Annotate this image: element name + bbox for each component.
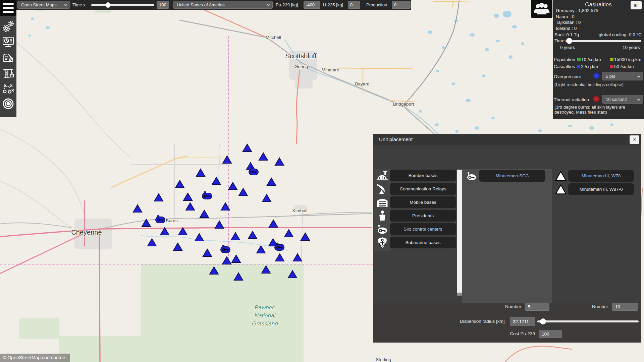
production-input[interactable] <box>392 1 411 9</box>
statistics-icon[interactable] <box>1 35 15 49</box>
missile-silo-marker[interactable] <box>148 239 156 246</box>
missile-silo-marker[interactable] <box>275 254 284 261</box>
unit-type-button[interactable]: Mobile bases <box>390 196 456 208</box>
unit-list-scrollbar[interactable] <box>457 170 462 296</box>
dispersion-radius-slider-handle[interactable] <box>540 318 546 324</box>
number-scc-input[interactable] <box>525 303 549 311</box>
missile-silo-marker[interactable] <box>262 266 270 273</box>
casualties-panel-toggle[interactable] <box>531 0 552 18</box>
silo-control-center-marker[interactable] <box>156 215 165 223</box>
missile-silo-marker[interactable] <box>173 243 182 250</box>
missile-silo-marker[interactable] <box>178 228 187 235</box>
missile-silo-marker[interactable] <box>262 194 271 202</box>
thermal-value: 10 cal/cm2 <box>606 97 627 102</box>
missile-silo-marker[interactable] <box>267 178 276 185</box>
missile-silo-marker[interactable] <box>212 177 221 185</box>
warhead-type-button[interactable]: Minuteman III, W87-0 <box>568 183 634 195</box>
scrollbar-thumb[interactable] <box>457 170 462 293</box>
missile-silo-marker[interactable] <box>259 153 268 160</box>
silo-control-center-marker[interactable] <box>202 191 212 199</box>
overpressure-dropdown[interactable]: 5 psi <box>602 72 643 80</box>
missile-silo-marker[interactable] <box>186 203 195 210</box>
hamburger-menu-button[interactable] <box>0 0 16 16</box>
hamburger-bar <box>3 11 14 13</box>
warhead-type-button[interactable]: Minuteman III, W78 <box>568 170 634 182</box>
missile-silo-marker[interactable] <box>203 249 212 256</box>
missile-silo-marker[interactable] <box>275 158 284 165</box>
all-countries-button[interactable]: all <box>631 1 642 9</box>
warhead-type: Minuteman III, W87-0 <box>553 183 634 195</box>
missile-silo-marker[interactable] <box>231 233 240 240</box>
missile-silo-marker[interactable] <box>154 194 163 201</box>
missile-silo-marker[interactable] <box>200 210 209 218</box>
missile-silo-marker[interactable] <box>175 180 184 188</box>
population-high-value: 15000 /sq.km <box>614 57 641 62</box>
unit-type: Silo control centers <box>375 223 456 235</box>
missile-silo-marker[interactable] <box>257 246 265 253</box>
control-center-type-button[interactable]: Minuteman SCC <box>479 170 545 182</box>
warhead-type: Minuteman III, W78 <box>553 170 634 182</box>
missile-silo-marker[interactable] <box>210 267 218 274</box>
missile-silo-marker[interactable] <box>269 220 278 227</box>
missile-silo-marker[interactable] <box>160 228 169 235</box>
map-provider-dropdown[interactable]: Open Street Maps <box>17 1 70 9</box>
dialog-title: Unit placement <box>379 136 413 142</box>
strategy-icon[interactable] <box>1 82 15 96</box>
number-silo-input[interactable] <box>612 303 638 311</box>
unit-type: Bomber bases <box>375 170 456 181</box>
comm-relay-icon <box>375 183 390 195</box>
country-dropdown[interactable]: United States of America <box>173 1 273 9</box>
planning-icon[interactable] <box>1 51 15 64</box>
missile-silo-marker[interactable] <box>223 156 231 163</box>
casualties-panel: Casualties all Germany : 1,802,575Nauru … <box>553 0 644 119</box>
u235-input[interactable] <box>348 1 360 9</box>
number-silo-label: Number <box>592 304 608 309</box>
time-multiplier-input[interactable] <box>157 1 169 9</box>
missile-silo-marker[interactable] <box>196 169 205 176</box>
missile-silo-marker[interactable] <box>183 193 192 200</box>
unit-type: Mobile bases <box>375 196 456 208</box>
unit-type-button[interactable]: Silo control centers <box>390 223 456 235</box>
settings-icon[interactable] <box>1 19 15 33</box>
dispersion-radius-input[interactable] <box>510 317 535 326</box>
missile-silo-marker[interactable] <box>222 257 231 264</box>
time-min-label: 0 years <box>560 45 575 50</box>
time-multiplier-slider[interactable] <box>91 4 154 6</box>
thermal-dropdown[interactable]: 10 cal/cm2 <box>602 95 643 104</box>
construction-icon[interactable] <box>1 66 15 80</box>
time-multiplier-slider-handle[interactable] <box>105 2 111 8</box>
missile-silo-marker[interactable] <box>195 234 204 241</box>
close-button[interactable]: X <box>630 135 639 144</box>
missile-silo-marker[interactable] <box>133 205 142 212</box>
missile-silo-marker[interactable] <box>284 230 293 237</box>
missile-silo-marker[interactable] <box>215 221 224 228</box>
casualty-time-slider[interactable] <box>566 40 641 42</box>
pu239-input[interactable] <box>304 1 320 9</box>
cost-pu239-input[interactable] <box>539 330 562 338</box>
targeting-icon[interactable] <box>1 97 15 111</box>
unit-type: Presidents <box>375 210 456 222</box>
missile-silo-marker[interactable] <box>288 270 297 278</box>
missile-silo-marker[interactable] <box>228 182 237 190</box>
missile-silo-marker[interactable] <box>234 273 243 280</box>
missile-silo-marker[interactable] <box>239 188 248 196</box>
missile-silo-marker[interactable] <box>248 231 257 239</box>
unit-type-button[interactable]: Communication Relays <box>390 183 456 195</box>
missile-silo-marker[interactable] <box>243 144 252 152</box>
unit-type-button[interactable]: Bomber bases <box>390 170 456 181</box>
casualty-time-slider-handle[interactable] <box>566 38 572 44</box>
global-cooling-value: global cooling: 0.0 °C <box>599 32 642 37</box>
time-multiplier-label: Time x <box>72 2 86 7</box>
dispersion-radius-slider[interactable] <box>537 320 639 322</box>
silo-control-center-marker[interactable] <box>221 245 230 253</box>
unit-type-button[interactable]: Presidents <box>390 210 456 222</box>
thermal-label: Thermal radiation <box>554 97 589 102</box>
missile-silo-marker[interactable] <box>293 254 302 261</box>
missile-silo-marker[interactable] <box>142 219 151 227</box>
dialog-titlebar[interactable]: Unit placement <box>373 134 641 145</box>
unit-type-button[interactable]: Submarine bases <box>390 237 456 248</box>
missile-silo-marker[interactable] <box>301 233 310 240</box>
missile-silo-marker[interactable] <box>232 255 240 262</box>
left-sidebar <box>0 16 16 117</box>
missile-silo-marker[interactable] <box>221 203 230 210</box>
